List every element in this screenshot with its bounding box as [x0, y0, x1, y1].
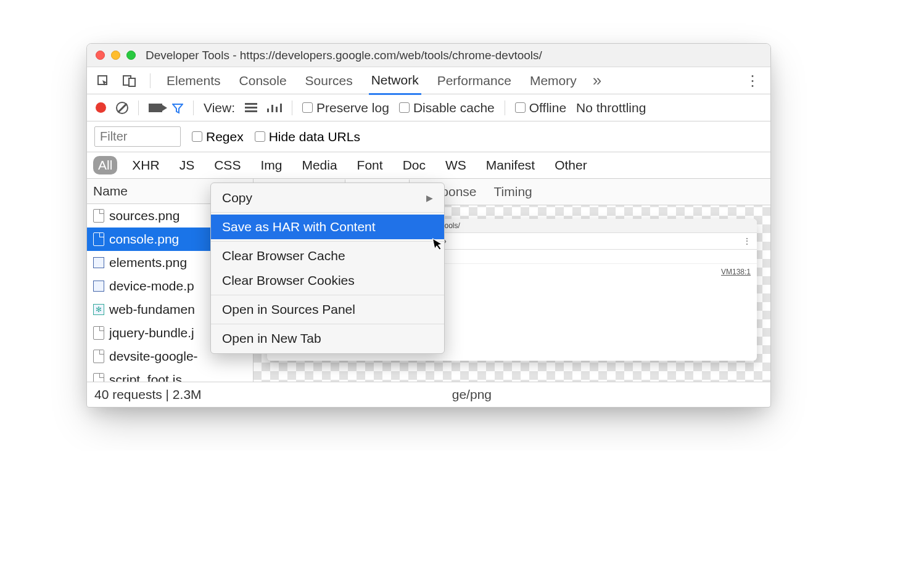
vm-link: VM138:1 — [721, 268, 751, 276]
image-icon — [93, 281, 104, 292]
subtab-timing[interactable]: Timing — [485, 179, 541, 204]
svg-rect-2 — [129, 78, 135, 86]
screenshots-icon[interactable] — [149, 104, 162, 112]
type-ws[interactable]: WS — [440, 156, 471, 174]
divider — [138, 100, 139, 115]
window-title: Developer Tools - https://developers.goo… — [146, 49, 542, 62]
network-toolbar: View: Preserve log Disable cache Offline… — [87, 94, 770, 121]
status-bar: 40 requests | 2.3M ge/png — [87, 382, 770, 407]
window-titlebar: Developer Tools - https://developers.goo… — [87, 44, 770, 67]
preserve-log-checkbox[interactable]: Preserve log — [302, 100, 389, 115]
ctx-save-har[interactable]: Save as HAR with Content — [211, 215, 444, 239]
type-manifest[interactable]: Manifest — [481, 156, 540, 174]
type-doc[interactable]: Doc — [398, 156, 431, 174]
devtools-window: Developer Tools - https://developers.goo… — [86, 43, 771, 408]
close-window-button[interactable] — [96, 51, 105, 60]
tab-elements[interactable]: Elements — [164, 68, 223, 94]
disable-cache-checkbox[interactable]: Disable cache — [399, 100, 495, 115]
gear-icon: ✻ — [93, 304, 104, 315]
tab-performance[interactable]: Performance — [435, 68, 514, 94]
zoom-window-button[interactable] — [126, 51, 136, 60]
divider — [505, 100, 505, 115]
device-toggle-icon[interactable] — [123, 75, 136, 87]
view-label: View: — [204, 100, 235, 115]
filter-input[interactable] — [94, 126, 181, 147]
status-right: ge/png — [452, 387, 492, 402]
main-tabs: Elements Console Sources Network Perform… — [87, 67, 770, 94]
file-icon — [93, 232, 104, 246]
settings-kebab-icon[interactable]: ⋮ — [745, 72, 761, 89]
minimize-window-button[interactable] — [111, 51, 120, 60]
file-icon — [93, 326, 104, 340]
file-icon — [93, 209, 104, 223]
divider — [211, 241, 444, 242]
more-tabs-icon[interactable]: » — [593, 71, 601, 90]
network-split: Name sources.png console.png elements.pn… — [87, 179, 770, 382]
request-row[interactable]: script_foot.js — [87, 368, 253, 382]
kebab-icon: ⋮ — [743, 237, 751, 245]
type-css[interactable]: CSS — [209, 156, 245, 174]
type-xhr[interactable]: XHR — [127, 156, 164, 174]
divider — [211, 212, 444, 213]
ctx-clear-cache[interactable]: Clear Browser Cache — [211, 244, 444, 268]
clear-button[interactable] — [116, 102, 128, 114]
ctx-open-sources[interactable]: Open in Sources Panel — [211, 297, 444, 322]
ctx-clear-cookies[interactable]: Clear Browser Cookies — [211, 268, 444, 293]
context-menu: Copy ▶ Save as HAR with Content Clear Br… — [210, 183, 445, 354]
filter-row: Regex Hide data URLs — [87, 121, 770, 152]
image-icon — [93, 257, 104, 268]
type-font[interactable]: Font — [352, 156, 388, 174]
divider — [292, 100, 292, 115]
record-button[interactable] — [96, 102, 106, 113]
divider — [211, 295, 444, 295]
file-icon — [93, 373, 104, 382]
ctx-open-newtab[interactable]: Open in New Tab — [211, 326, 444, 351]
view-list-icon[interactable] — [245, 103, 257, 112]
type-media[interactable]: Media — [297, 156, 342, 174]
view-waterfall-icon[interactable] — [267, 104, 282, 112]
type-js[interactable]: JS — [175, 156, 200, 174]
hide-dataurls-checkbox[interactable]: Hide data URLs — [255, 129, 360, 144]
tab-console[interactable]: Console — [237, 68, 289, 94]
regex-checkbox[interactable]: Regex — [192, 129, 244, 144]
traffic-lights — [96, 51, 136, 60]
tab-network[interactable]: Network — [369, 67, 421, 95]
divider — [150, 73, 151, 88]
file-icon — [93, 350, 104, 363]
tab-memory[interactable]: Memory — [527, 68, 579, 94]
ctx-copy[interactable]: Copy ▶ — [211, 186, 444, 210]
offline-checkbox[interactable]: Offline — [515, 100, 566, 115]
tab-sources[interactable]: Sources — [303, 68, 355, 94]
divider — [211, 324, 444, 324]
divider — [193, 100, 194, 115]
inspect-icon[interactable] — [97, 75, 109, 87]
type-filter-row: All XHR JS CSS Img Media Font Doc WS Man… — [87, 152, 770, 179]
type-other[interactable]: Other — [550, 156, 592, 174]
filter-icon[interactable] — [172, 102, 183, 113]
throttling-select[interactable]: No throttling — [576, 100, 646, 115]
type-img[interactable]: Img — [255, 156, 287, 174]
type-all[interactable]: All — [93, 156, 117, 174]
status-text: 40 requests | 2.3M — [94, 387, 202, 402]
chevron-right-icon: ▶ — [426, 193, 433, 203]
